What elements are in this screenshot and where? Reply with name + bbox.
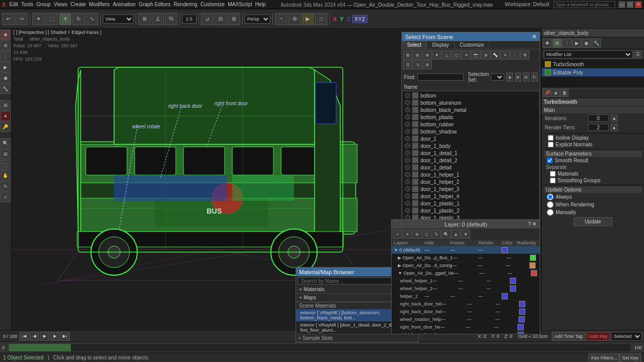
layer-sub-item-1[interactable]: wheel_helper_2 ——— (392, 285, 540, 293)
layer-sub-item-6[interactable]: right_front_door_he ——— (392, 323, 540, 331)
menu-graph-editors[interactable]: Graph Editors (139, 2, 171, 7)
go-end-btn[interactable]: ▶| (61, 332, 70, 341)
sub-color-3[interactable] (519, 301, 525, 307)
layer-move-up-btn[interactable]: ▲ (451, 230, 461, 239)
stack-pin-btn[interactable]: 📌 (543, 89, 551, 97)
sel-bone-btn[interactable]: 🦴 (491, 50, 500, 60)
sel-set-btn3[interactable]: ⊟ (523, 72, 529, 82)
menu-create[interactable]: Create (70, 2, 86, 7)
close-button[interactable]: ✕ (635, 1, 642, 8)
render-frame-button[interactable]: □ (315, 13, 327, 25)
list-item[interactable]: bottom (403, 92, 539, 99)
layer-add-btn[interactable]: + (393, 230, 402, 239)
modifier-list-dropdown[interactable]: Modifier List (544, 50, 633, 59)
layer-color-0[interactable] (502, 247, 508, 253)
sub-color-7[interactable] (518, 332, 524, 334)
list-item[interactable]: bottom_aluminum (403, 99, 539, 106)
modifier-utilities-tab[interactable]: 🔧 (592, 39, 601, 48)
align-button[interactable]: ⊟ (214, 13, 227, 25)
maximize-button[interactable]: □ (627, 1, 634, 8)
snaps-btn[interactable]: ⊞ (1, 100, 11, 110)
utilities-btn[interactable]: 🔧 (1, 84, 11, 94)
menu-tools[interactable]: Tools (21, 2, 33, 7)
snap-toggle[interactable]: ⊞ (138, 13, 151, 25)
layer-sub-item-5[interactable]: wheel_rotation_help ——— (392, 316, 540, 323)
minimize-button[interactable]: — (618, 1, 625, 8)
manually-radio[interactable] (547, 209, 554, 216)
set-key-btn[interactable]: Set Key (619, 353, 641, 363)
redo-button[interactable]: ↪ (15, 13, 28, 25)
sel-set-btn4[interactable]: ↻ (531, 72, 538, 82)
sel-light-btn[interactable]: ☀ (462, 50, 471, 60)
update-button[interactable]: Update (574, 217, 612, 226)
sel-tree-btn[interactable]: ⌥ (413, 60, 422, 69)
layer-item-2[interactable]: ▶Open_Air_Do...d_conrig — — — (392, 262, 540, 270)
menu-help[interactable]: Help (255, 2, 266, 7)
select-button[interactable]: ✦ (32, 13, 45, 25)
layer-sub-item-4[interactable]: right_back_door_hel ——— (392, 308, 540, 316)
sel-invert-btn[interactable]: ⊕ (422, 50, 432, 60)
zoom-all-btn[interactable]: ⊞ (1, 149, 11, 159)
materials-checkbox[interactable] (550, 171, 556, 177)
sel-none-btn[interactable]: ⊟ (413, 50, 422, 60)
list-item[interactable]: bottom_plastic (403, 113, 539, 121)
layer-delete-btn[interactable]: ✕ (402, 230, 412, 239)
sel-options-btn[interactable]: ⚙ (422, 60, 432, 69)
sel-helper-btn[interactable]: ⊕ (481, 50, 490, 60)
sub-color-2[interactable] (502, 293, 508, 299)
layer-sub-item-2[interactable]: helper_2 ——— (392, 293, 540, 300)
menu-modifiers[interactable]: Modifiers (89, 2, 110, 7)
mirror-button[interactable]: ⊿ (201, 13, 213, 25)
layer-item-0[interactable]: ▼0 (default) — — — (392, 246, 540, 254)
modify-panel-btn[interactable]: ⚙ (1, 41, 11, 51)
modifier-editablepoly[interactable]: Editable Poly (542, 68, 644, 77)
key-filter-dropdown[interactable]: Selected (611, 332, 642, 341)
menu-views[interactable]: Views (54, 2, 68, 7)
render-button[interactable]: ▶ (302, 13, 314, 25)
layer-sub-item-3[interactable]: right_back_door_hel ——— (392, 300, 540, 308)
sel-set-btn1[interactable]: ◈ (506, 72, 512, 82)
layer-find-btn[interactable]: 🔍 (441, 230, 451, 239)
menu-rendering[interactable]: Rendering (174, 2, 197, 7)
zoom-region-btn[interactable]: ⬚ (1, 160, 11, 170)
render-tiers-spinner[interactable]: ▲ (611, 124, 618, 131)
iterations-input[interactable] (588, 115, 609, 122)
sel-hier-btn[interactable]: ⋮ (510, 50, 520, 60)
list-item[interactable]: door_1_helper_1 (403, 171, 539, 178)
layer-question-btn[interactable]: ? (528, 221, 531, 227)
list-item[interactable]: door_1_detail (403, 164, 539, 171)
modifier-display-tab[interactable]: ◉ (582, 39, 591, 48)
next-frame-btn[interactable]: ▶ (50, 332, 60, 341)
display-btn[interactable]: ◉ (1, 73, 11, 83)
percent-input[interactable] (182, 14, 196, 24)
render-setup-button[interactable]: ⚙ (288, 13, 301, 25)
when-rendering-radio[interactable] (547, 201, 554, 208)
layer-sub-item-0[interactable]: wheel_helper_1 ——— (392, 277, 540, 285)
layer-color-2[interactable] (529, 262, 536, 269)
sel-cam-btn[interactable]: 📷 (471, 50, 481, 60)
curve-editor-button[interactable]: ~ (275, 13, 287, 25)
explicit-normals-checkbox[interactable] (548, 142, 554, 147)
select-tab[interactable]: Select (402, 41, 427, 49)
sel-geo-btn[interactable]: △ (442, 50, 451, 60)
layer-refresh-btn[interactable]: ↻ (432, 230, 441, 239)
modifier-hierarchy-tab[interactable]: ⋮ (562, 39, 572, 48)
render-tiers-input[interactable] (588, 124, 609, 131)
menu-customize[interactable]: Customize (200, 2, 225, 7)
auto-key-btn[interactable]: Auto Key (586, 332, 610, 341)
sub-color-1[interactable] (510, 285, 516, 292)
list-item[interactable]: door_1_helper_3 (403, 185, 539, 193)
select-region-button[interactable]: ⬚ (46, 13, 58, 25)
search-input[interactable] (554, 1, 615, 8)
timeline-track[interactable] (9, 344, 630, 351)
find-input[interactable] (417, 73, 464, 81)
stack-unique-btn[interactable]: ◈ (551, 89, 560, 97)
smooth-result-checkbox[interactable] (547, 158, 553, 163)
surface-params-title[interactable]: Surface Parameters (544, 150, 642, 157)
zoom-btn[interactable]: 🔍 (1, 138, 11, 148)
modifier-create-tab[interactable]: ✚ (543, 39, 552, 48)
sel-sort-btn[interactable]: ⇅ (520, 50, 529, 60)
list-item[interactable]: door_1_plastic_2 (403, 207, 539, 214)
pan-btn[interactable]: ✋ (1, 170, 11, 181)
layer-color-3[interactable] (531, 270, 537, 276)
